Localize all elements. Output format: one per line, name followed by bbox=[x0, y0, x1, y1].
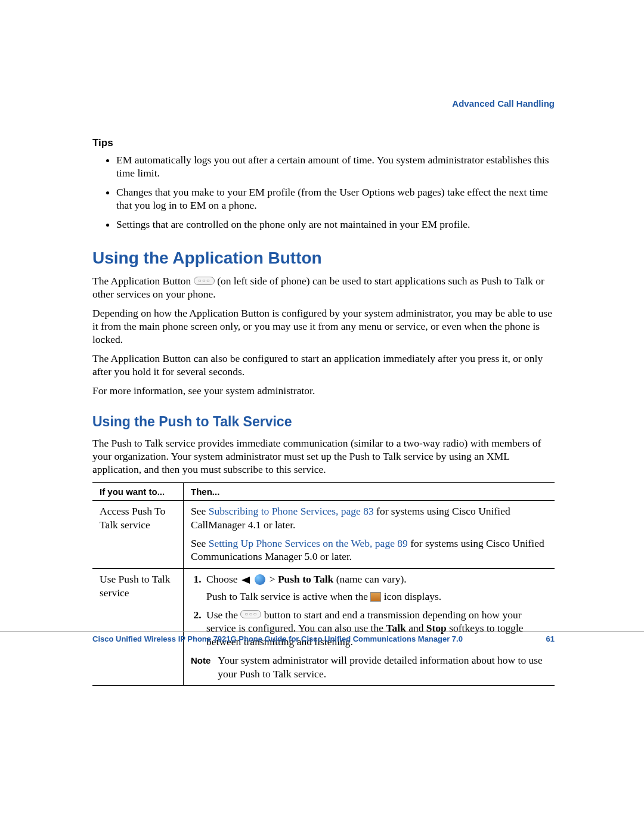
cell: Access Push To Talk service bbox=[92, 501, 184, 569]
list-item: Settings that are controlled on the phon… bbox=[116, 218, 555, 231]
list-item: Choose > Push to Talk (name can vary). P… bbox=[204, 572, 549, 603]
cell: See Subscribing to Phone Services, page … bbox=[184, 501, 555, 569]
list-item: EM automatically logs you out after a ce… bbox=[116, 154, 555, 180]
body-text: The Push to Talk service provides immedi… bbox=[92, 437, 555, 476]
text: See Subscribing to Phone Services, page … bbox=[191, 504, 549, 532]
left-arrow-icon bbox=[242, 577, 250, 584]
application-button-icon: ○○○ bbox=[194, 277, 215, 285]
link[interactable]: Setting Up Phone Services on the Web, pa… bbox=[209, 537, 408, 549]
note-label: Note bbox=[191, 654, 210, 681]
text: (name can vary). bbox=[336, 573, 407, 585]
globe-icon bbox=[255, 574, 265, 585]
text: Choose bbox=[206, 573, 240, 585]
footer-title: Cisco Unified Wireless IP Phone 7921G Ph… bbox=[92, 634, 463, 643]
page-footer: Cisco Unified Wireless IP Phone 7921G Ph… bbox=[0, 631, 644, 643]
body-text: Depending on how the Application Button … bbox=[92, 307, 555, 346]
column-header: If you want to... bbox=[92, 483, 184, 501]
cell: Use Push to Talk service bbox=[92, 569, 184, 686]
text: See Setting Up Phone Services on the Web… bbox=[191, 537, 549, 564]
application-button-icon: ○○○ bbox=[240, 610, 261, 618]
tips-list: EM automatically logs you out after a ce… bbox=[92, 154, 555, 231]
running-header: Advanced Call Handling bbox=[92, 98, 555, 109]
note-text: Your system administrator will provide d… bbox=[218, 654, 549, 681]
text: Push to Talk service is active when the bbox=[206, 590, 370, 602]
page-content: Advanced Call Handling Tips EM automatic… bbox=[0, 0, 644, 686]
text: Push to Talk service is active when the … bbox=[206, 590, 549, 603]
body-text: For more information, see your system ad… bbox=[92, 385, 555, 398]
ptt-table: If you want to... Then... Access Push To… bbox=[92, 482, 555, 686]
body-text: The Application Button can also be confi… bbox=[92, 352, 555, 379]
ptt-active-icon bbox=[370, 592, 381, 602]
text: The Application Button bbox=[92, 275, 194, 287]
text: > bbox=[270, 573, 278, 585]
cell: Choose > Push to Talk (name can vary). P… bbox=[184, 569, 555, 686]
section-heading-ptt: Using the Push to Talk Service bbox=[92, 414, 555, 430]
column-header: Then... bbox=[184, 483, 555, 501]
body-text: The Application Button ○○○ (on left side… bbox=[92, 275, 555, 301]
text: Push to Talk bbox=[278, 573, 333, 585]
text: icon displays. bbox=[384, 590, 441, 602]
text: See bbox=[191, 537, 209, 549]
list-item: Changes that you make to your EM profile… bbox=[116, 186, 555, 212]
link[interactable]: Subscribing to Phone Services, page 83 bbox=[209, 505, 374, 517]
text: Use the bbox=[206, 609, 240, 621]
text: See bbox=[191, 505, 209, 517]
section-heading-app-button: Using the Application Button bbox=[92, 249, 555, 268]
table-header-row: If you want to... Then... bbox=[92, 483, 555, 501]
note: Note Your system administrator will prov… bbox=[191, 654, 549, 681]
tips-heading: Tips bbox=[92, 137, 555, 149]
table-row: Access Push To Talk service See Subscrib… bbox=[92, 501, 555, 569]
page-number: 61 bbox=[546, 634, 555, 643]
table-row: Use Push to Talk service Choose > Push t… bbox=[92, 569, 555, 686]
